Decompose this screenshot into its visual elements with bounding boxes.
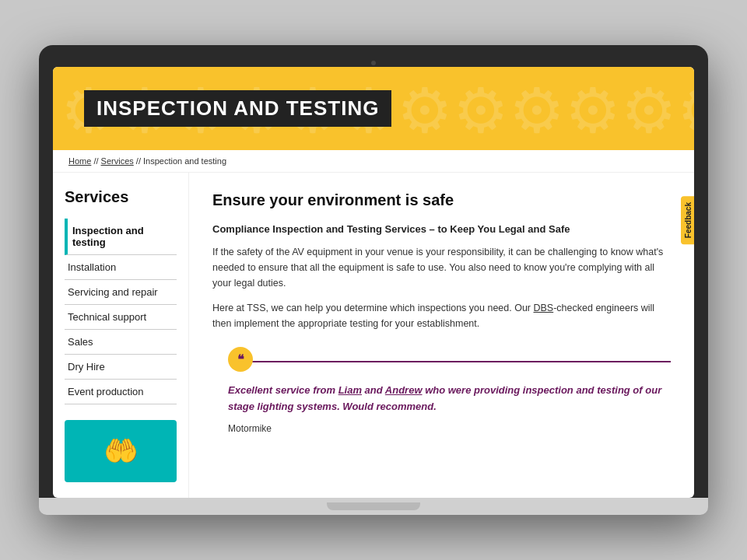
sidebar-item-inspection[interactable]: Inspection and testing (65, 219, 177, 255)
laptop-frame: ⚙⚙⚙⚙⚙⚙⚙⚙⚙⚙⚙⚙⚙⚙⚙⚙⚙⚙⚙⚙⚙⚙⚙⚙⚙⚙⚙⚙⚙⚙⚙⚙⚙⚙⚙⚙ INS… (39, 45, 708, 515)
sidebar-item-events[interactable]: Event production (65, 380, 177, 404)
camera-dot (371, 61, 376, 65)
laptop-base (39, 498, 708, 515)
dbs-link: DBS (534, 303, 554, 313)
quote-line (240, 361, 671, 362)
sidebar-item-servicing[interactable]: Servicing and repair (65, 280, 177, 305)
quote-icon: ❝ (228, 347, 253, 372)
sidebar-item-dryhire[interactable]: Dry Hire (65, 355, 177, 380)
quote-author: Motormike (228, 423, 671, 434)
sidebar-nav: Inspection and testing Installation Serv… (65, 219, 177, 404)
sidebar-link-technical[interactable]: Technical support (65, 305, 177, 329)
sidebar-item-sales[interactable]: Sales (65, 330, 177, 355)
breadcrumb-services[interactable]: Services (101, 156, 134, 166)
content-para-2: Here at TSS, we can help you determine w… (212, 300, 671, 331)
sidebar-link-dryhire[interactable]: Dry Hire (65, 355, 177, 379)
sidebar: Services Inspection and testing Installa… (53, 173, 189, 498)
hero-banner: ⚙⚙⚙⚙⚙⚙⚙⚙⚙⚙⚙⚙⚙⚙⚙⚙⚙⚙⚙⚙⚙⚙⚙⚙⚙⚙⚙⚙⚙⚙⚙⚙⚙⚙⚙⚙ INS… (53, 67, 694, 150)
sidebar-link-inspection[interactable]: Inspection and testing (69, 219, 177, 254)
page-title: INSPECTION AND TESTING (84, 90, 391, 127)
content-subtitle: Compliance Inspection and Testing Servic… (212, 223, 671, 235)
content-para-1: If the safety of the AV equipment in you… (212, 244, 671, 291)
quote-block: ❝ Excellent service from Liam and Andrew… (212, 347, 671, 434)
laptop-screen: ⚙⚙⚙⚙⚙⚙⚙⚙⚙⚙⚙⚙⚙⚙⚙⚙⚙⚙⚙⚙⚙⚙⚙⚙⚙⚙⚙⚙⚙⚙⚙⚙⚙⚙⚙⚙ INS… (53, 67, 694, 498)
quote-text: Excellent service from Liam and Andrew w… (228, 383, 671, 415)
breadcrumb-home[interactable]: Home (68, 156, 91, 166)
sidebar-title: Services (65, 188, 177, 206)
sidebar-link-events[interactable]: Event production (65, 380, 177, 404)
breadcrumb-current: Inspection and testing (143, 156, 226, 166)
laptop-base-notch (327, 502, 420, 510)
feedback-tab[interactable]: Feedback (681, 196, 694, 244)
sidebar-link-servicing[interactable]: Servicing and repair (65, 280, 177, 304)
sidebar-item-installation[interactable]: Installation (65, 255, 177, 280)
sidebar-link-installation[interactable]: Installation (65, 255, 177, 279)
sidebar-item-technical[interactable]: Technical support (65, 305, 177, 330)
content-heading: Ensure your environment is safe (212, 191, 671, 209)
heart-hands-icon: 🤲 (103, 435, 139, 467)
content-area: Feedback Ensure your environment is safe… (189, 173, 694, 498)
sidebar-link-sales[interactable]: Sales (65, 330, 177, 354)
breadcrumb: Home // Services // Inspection and testi… (53, 150, 694, 173)
main-layout: Services Inspection and testing Installa… (53, 173, 694, 498)
sidebar-image: 🤲 (65, 420, 177, 482)
